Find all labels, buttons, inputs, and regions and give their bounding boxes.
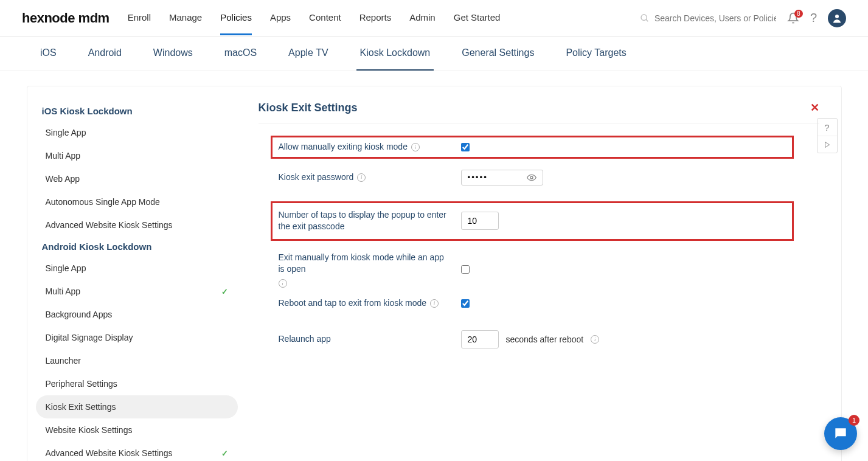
sidebar-item-kiosk-exit-settings[interactable]: Kiosk Exit Settings [36, 395, 238, 418]
notifications-button[interactable]: 8 [787, 12, 799, 24]
svg-marker-3 [825, 142, 829, 147]
password-field-wrap [461, 170, 543, 185]
topnav-policies[interactable]: Policies [220, 1, 252, 35]
sidebar-item-label: Background Apps [46, 310, 113, 319]
sidebar-item-label: Multi App [46, 151, 81, 161]
subtab-kiosk-lockdown[interactable]: Kiosk Lockdown [356, 36, 434, 71]
sidebar-item-label: Web App [46, 174, 80, 184]
policy-card: iOS Kiosk LockdownSingle AppMulti AppWeb… [27, 86, 842, 461]
sidebar: iOS Kiosk LockdownSingle AppMulti AppWeb… [27, 86, 246, 461]
chat-badge: 1 [849, 415, 859, 426]
search-input[interactable] [654, 13, 776, 23]
subtab-apple-tv[interactable]: Apple TV [285, 36, 332, 71]
sidebar-item-label: Autonomous Single App Mode [46, 197, 160, 207]
eye-icon[interactable] [527, 173, 536, 182]
subtabs: iOSAndroidWindowsmacOSApple TVKiosk Lock… [0, 36, 868, 71]
close-icon[interactable]: ✕ [810, 101, 819, 114]
reboot-tap-label: Reboot and tap to exit from kiosk mode [279, 297, 427, 310]
info-icon[interactable]: i [411, 143, 420, 151]
notif-badge: 8 [794, 10, 803, 18]
sidebar-item-website-kiosk-settings[interactable]: Website Kiosk Settings [36, 418, 238, 442]
relaunch-input[interactable] [461, 330, 499, 348]
subtab-macos[interactable]: macOS [221, 36, 260, 71]
highlight-taps: Number of taps to display the popup to e… [271, 201, 794, 241]
topnav-admin[interactable]: Admin [409, 1, 436, 35]
svg-point-4 [530, 176, 533, 179]
avatar[interactable] [828, 9, 846, 27]
panel-play-button[interactable] [818, 136, 837, 153]
topnav-enroll[interactable]: Enroll [128, 1, 151, 35]
taps-input[interactable] [461, 212, 499, 230]
panel-title: Kiosk Exit Settings [259, 102, 358, 114]
taps-label: Number of taps to display the popup to e… [279, 209, 449, 233]
topnav-get-started[interactable]: Get Started [454, 1, 501, 35]
svg-point-0 [641, 15, 647, 20]
info-icon[interactable]: i [430, 299, 439, 308]
sidebar-item-label: Advanced Website Kiosk Settings [46, 220, 173, 230]
sidebar-item-label: Kiosk Exit Settings [46, 402, 116, 412]
sidebar-item-advanced-website-kiosk-settings[interactable]: Advanced Website Kiosk Settings [36, 213, 238, 237]
subtab-ios[interactable]: iOS [36, 36, 60, 71]
topbar-right: 8 ? [640, 9, 846, 27]
sidebar-item-label: Website Kiosk Settings [46, 425, 133, 435]
info-icon[interactable]: i [279, 279, 287, 288]
relaunch-after-text: seconds after reboot [506, 334, 584, 344]
content: iOS Kiosk LockdownSingle AppMulti AppWeb… [0, 71, 868, 461]
topnav-manage[interactable]: Manage [169, 1, 202, 35]
sidebar-item-background-apps[interactable]: Background Apps [36, 303, 238, 326]
settings-panel: Kiosk Exit Settings ✕ ? Allow manually e… [246, 86, 841, 461]
password-input[interactable] [468, 173, 527, 182]
sidebar-item-label: Launcher [46, 356, 81, 366]
sidebar-item-label: Digital Signage Display [46, 333, 133, 342]
sidebar-item-label: Single App [46, 263, 86, 273]
panel-help-button[interactable]: ? [818, 119, 837, 136]
check-icon: ✓ [221, 449, 228, 458]
sidebar-item-label: Single App [46, 128, 86, 137]
exit-while-open-label: Exit manually from kiosk mode while an a… [279, 252, 449, 276]
sidebar-item-advanced-website-kiosk-settings[interactable]: Advanced Website Kiosk Settings✓ [36, 442, 238, 461]
sidebar-item-digital-signage-display[interactable]: Digital Signage Display [36, 326, 238, 349]
highlight-allow-manual: Allow manually exiting kiosk mode i [271, 136, 794, 159]
relaunch-label: Relaunch app [279, 333, 331, 345]
sidebar-item-label: Advanced Website Kiosk Settings [46, 448, 173, 458]
info-icon[interactable]: i [357, 173, 366, 182]
svg-line-1 [646, 19, 648, 21]
info-icon[interactable]: i [591, 335, 599, 344]
topnav-apps[interactable]: Apps [270, 1, 291, 35]
sidebar-item-single-app[interactable]: Single App [36, 121, 238, 144]
chat-button[interactable]: 1 [824, 417, 857, 450]
logo: hexnode mdm [22, 10, 109, 26]
sidebar-item-multi-app[interactable]: Multi App [36, 144, 238, 167]
allow-manual-label: Allow manually exiting kiosk mode [279, 141, 408, 153]
password-label: Kiosk exit password [279, 172, 354, 184]
check-icon: ✓ [221, 287, 228, 296]
search-icon [640, 13, 650, 23]
aux-panel: ? [817, 118, 838, 153]
subtab-windows[interactable]: Windows [150, 36, 196, 71]
search-wrap [640, 13, 776, 23]
sidebar-item-autonomous-single-app-mode[interactable]: Autonomous Single App Mode [36, 190, 238, 213]
sidebar-item-peripheral-settings[interactable]: Peripheral Settings [36, 372, 238, 395]
sidebar-item-label: Multi App [46, 286, 81, 296]
svg-point-2 [835, 15, 839, 18]
topnav-reports[interactable]: Reports [359, 1, 392, 35]
sidebar-item-launcher[interactable]: Launcher [36, 349, 238, 372]
exit-while-open-checkbox[interactable] [461, 265, 470, 274]
subtab-policy-targets[interactable]: Policy Targets [562, 36, 630, 71]
allow-manual-checkbox[interactable] [461, 143, 470, 151]
sidebar-item-multi-app[interactable]: Multi App✓ [36, 280, 238, 303]
topnav-content[interactable]: Content [309, 1, 341, 35]
topnav: EnrollManagePoliciesAppsContentReportsAd… [128, 1, 640, 35]
sidebar-heading: iOS Kiosk Lockdown [36, 101, 238, 121]
topbar: hexnode mdm EnrollManagePoliciesAppsCont… [0, 0, 868, 36]
subtab-android[interactable]: Android [85, 36, 125, 71]
sidebar-item-web-app[interactable]: Web App [36, 167, 238, 190]
reboot-tap-checkbox[interactable] [461, 299, 470, 308]
sidebar-item-single-app[interactable]: Single App [36, 257, 238, 280]
sidebar-item-label: Peripheral Settings [46, 379, 117, 389]
subtab-general-settings[interactable]: General Settings [458, 36, 538, 71]
help-button[interactable]: ? [810, 11, 817, 25]
sidebar-heading: Android Kiosk Lockdown [36, 237, 238, 257]
